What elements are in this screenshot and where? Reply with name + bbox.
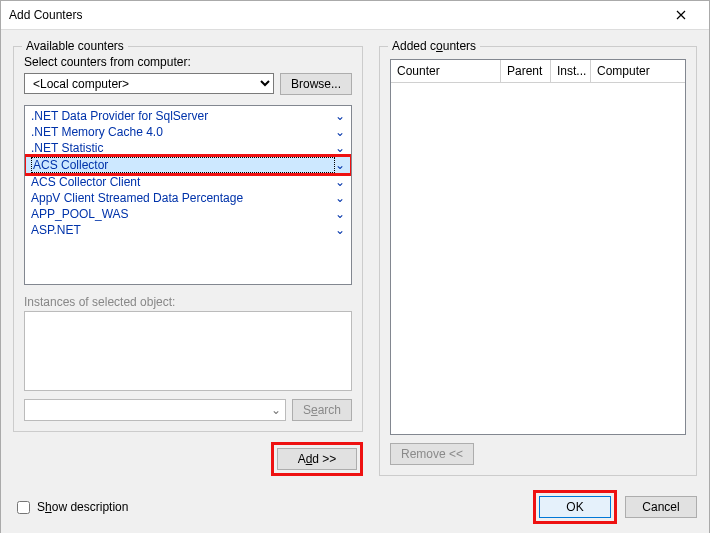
chevron-down-icon: ⌄ [335,191,345,205]
counter-item[interactable]: APP_POOL_WAS⌄ [25,206,351,222]
counter-list[interactable]: .NET Data Provider for SqlServer⌄ .NET M… [24,105,352,285]
col-counter[interactable]: Counter [391,60,501,83]
chevron-down-icon: ⌄ [335,109,345,123]
table-header: Counter Parent Inst... Computer [391,60,685,83]
chevron-down-icon: ⌄ [335,175,345,189]
chevron-down-icon: ⌄ [335,141,345,155]
dialog-content: Available counters Select counters from … [1,30,709,482]
added-counters-label: Added counters [388,39,480,53]
browse-button[interactable]: Browse... [280,73,352,95]
cancel-button[interactable]: Cancel [625,496,697,518]
instances-listbox[interactable] [24,311,352,391]
add-button[interactable]: Add >> [277,448,357,470]
chevron-down-icon: ⌄ [335,158,345,172]
chevron-down-icon: ⌄ [271,403,281,417]
chevron-down-icon: ⌄ [335,207,345,221]
ok-button-highlight: OK [533,490,617,524]
counter-item[interactable]: ASP.NET⌄ [25,222,351,238]
col-parent[interactable]: Parent [501,60,551,83]
counter-item[interactable]: .NET Statistic⌄ [25,140,351,156]
counter-item[interactable]: ACS Collector Client⌄ [25,174,351,190]
show-description-input[interactable] [17,501,30,514]
show-description-checkbox[interactable]: Show description [13,498,128,517]
titlebar: Add Counters [1,1,709,30]
ok-button[interactable]: OK [539,496,611,518]
add-button-highlight: Add >> [271,442,363,476]
select-computer-label: Select counters from computer: [24,55,352,69]
window-title: Add Counters [9,8,661,22]
added-counters-table[interactable]: Counter Parent Inst... Computer [390,59,686,435]
col-computer[interactable]: Computer [591,60,685,83]
counter-item[interactable]: .NET Data Provider for SqlServer⌄ [25,108,351,124]
counter-item[interactable]: AppV Client Streamed Data Percentage⌄ [25,190,351,206]
counter-item[interactable]: .NET Memory Cache 4.0⌄ [25,124,351,140]
added-counters-panel: Added counters Counter Parent Inst... Co… [379,40,697,476]
search-button: Search [292,399,352,421]
instances-label: Instances of selected object: [24,295,352,309]
available-counters-fieldset: Available counters Select counters from … [13,46,363,432]
available-counters-panel: Available counters Select counters from … [13,40,363,476]
added-counters-fieldset: Added counters Counter Parent Inst... Co… [379,46,697,476]
remove-button: Remove << [390,443,474,465]
col-inst[interactable]: Inst... [551,60,591,83]
counter-item-selected[interactable]: ACS Collector⌄ [25,156,351,174]
instance-search-combo[interactable]: ⌄ [24,399,286,421]
show-description-label: Show description [37,500,128,514]
dialog-footer: Show description OK Cancel [1,482,709,533]
close-button[interactable] [661,1,701,29]
chevron-down-icon: ⌄ [335,223,345,237]
close-icon [676,10,686,20]
computer-select[interactable]: <Local computer> [24,73,274,94]
chevron-down-icon: ⌄ [335,125,345,139]
available-counters-label: Available counters [22,39,128,53]
add-counters-dialog: Add Counters Available counters Select c… [0,0,710,533]
